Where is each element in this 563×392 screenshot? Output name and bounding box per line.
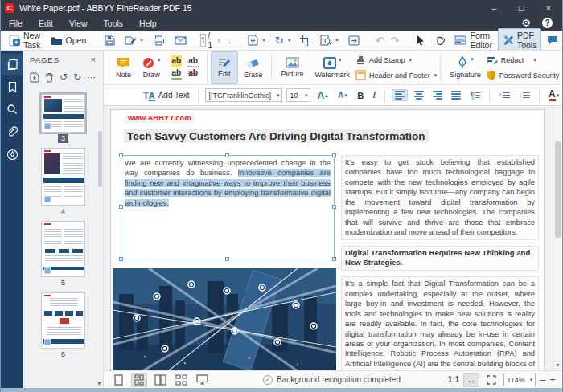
zoom-level-select[interactable]: 114%▾ [503, 374, 536, 386]
page-thumbnail-5[interactable] [41, 221, 85, 277]
resize-handle-left[interactable] [119, 205, 123, 209]
resize-handle-top-left[interactable] [119, 153, 123, 157]
print-button[interactable] [149, 34, 169, 47]
increase-font-button[interactable]: A▲ [314, 89, 331, 102]
menu-tools[interactable]: Tools [96, 15, 132, 31]
undo-button[interactable]: ↶ [373, 35, 387, 47]
fit-width-button[interactable]: ↔ [463, 373, 479, 387]
align-left-button[interactable] [392, 89, 408, 101]
pages-scrollbar-down-icon[interactable]: ▼ [97, 381, 103, 386]
comments-button[interactable]: 0 [543, 34, 563, 47]
draw-tool[interactable]: ▾ Draw [137, 51, 166, 84]
pages-panel-close-icon[interactable]: × [91, 55, 97, 64]
line-spacing-decrease-button[interactable]: ↓ [516, 91, 532, 100]
help-icon[interactable]: ? [542, 18, 553, 28]
password-security-tool[interactable]: Password Security [487, 69, 560, 82]
zoom-out-button[interactable]: – [540, 374, 545, 386]
pdf-tools-button[interactable]: PDF Tools [498, 28, 542, 52]
site-link[interactable]: www.ABBYY.com [125, 112, 194, 123]
text-direction-button[interactable]: ¶ [467, 90, 483, 101]
resize-handle-bottom[interactable] [225, 257, 229, 261]
picture-tool[interactable]: Picture [275, 51, 309, 84]
resize-handle-right[interactable] [332, 205, 336, 209]
attachments-panel-tab[interactable] [2, 121, 23, 142]
minimize-button[interactable]: – [480, 0, 508, 15]
actual-size-button[interactable]: 1:1 [448, 375, 459, 384]
maximize-button[interactable]: □ [508, 0, 535, 15]
decrease-font-button[interactable]: A▼ [335, 90, 351, 100]
font-color-button[interactable]: A▾ [546, 89, 561, 102]
export-button[interactable] [344, 34, 364, 47]
next-page-arrow[interactable]: ↓ [225, 35, 235, 45]
hand-tool-button[interactable] [430, 33, 449, 47]
subheading-block[interactable]: Digital Transformation Requires New Thin… [341, 246, 539, 272]
city-network-image[interactable] [113, 268, 336, 370]
redo-button[interactable]: ↷ [388, 35, 402, 47]
bold-button[interactable]: B [355, 90, 366, 101]
document-scrollbar[interactable]: ▲ ▼ [553, 106, 562, 370]
view-facing-continuous-button[interactable] [173, 373, 189, 387]
delete-page-icon[interactable] [45, 72, 54, 83]
rotate-ccw-icon[interactable]: ↺ [60, 71, 68, 83]
page-number-input[interactable]: 1 [200, 34, 207, 47]
document-heading[interactable]: Tech Savvy Customers Are Driving Digital… [124, 129, 429, 143]
italic-button[interactable]: I [370, 88, 378, 102]
paragraph-block[interactable]: It’s easy to get stuck believing that es… [341, 155, 539, 240]
resize-handle-top-right[interactable] [332, 153, 336, 157]
select-tool-button[interactable] [411, 33, 429, 47]
font-size-select[interactable]: 10▾ [286, 88, 310, 102]
highlight-tool[interactable]: ab [171, 55, 183, 67]
edit-tool[interactable]: Edit [211, 51, 238, 84]
search-panel-tab[interactable] [2, 99, 23, 120]
note-tool[interactable]: Note [110, 51, 137, 84]
pages-scrollbar-thumb[interactable] [98, 131, 102, 187]
underline-tool[interactable]: ab [171, 67, 183, 80]
save-as-button[interactable]: ▾ [121, 33, 147, 47]
save-button[interactable] [100, 33, 119, 47]
line-spacing-increase-button[interactable]: ↑ [496, 91, 512, 100]
email-button[interactable] [171, 35, 191, 47]
signature-tool[interactable]: ▾ Signature [444, 51, 487, 84]
underline-dotted-tool[interactable]: ab [187, 55, 199, 67]
view-fullscreen-button[interactable] [194, 373, 210, 387]
digital-signatures-panel-tab[interactable] [2, 144, 23, 165]
add-stamp-tool[interactable]: Add Stamp▾ [355, 54, 437, 67]
redact-tool[interactable]: Redact▾ [487, 54, 560, 67]
align-center-button[interactable] [412, 90, 426, 100]
view-facing-button[interactable] [152, 373, 168, 387]
rotate-button[interactable]: ↻▾ [271, 33, 294, 48]
close-button[interactable]: × [535, 0, 562, 15]
settings-gear-icon[interactable]: ⚙ [521, 17, 531, 29]
header-footer-tool[interactable]: Header and Footer▾ [355, 69, 437, 82]
add-page-icon[interactable] [30, 72, 39, 83]
justify-button[interactable] [449, 90, 463, 100]
view-continuous-button[interactable] [131, 373, 147, 387]
add-pages-button[interactable]: ▾ [244, 33, 269, 47]
resize-handle-bottom-left[interactable] [119, 257, 123, 261]
form-editor-button[interactable]: Form Editor [450, 29, 495, 51]
recognize-button[interactable]: ▾ [316, 33, 343, 47]
page-thumbnail-3[interactable] [41, 94, 85, 133]
add-text-button[interactable]: TA Add Text [141, 90, 191, 101]
scrollbar-thumb[interactable] [555, 141, 561, 238]
view-single-page-button[interactable] [110, 373, 126, 387]
fit-page-button[interactable] [483, 373, 499, 387]
pages-panel-tab[interactable] [2, 54, 23, 75]
more-options-icon[interactable]: ⋯ [87, 72, 96, 83]
zoom-in-button[interactable]: + [549, 374, 556, 386]
resize-handle-top[interactable] [225, 153, 229, 157]
menu-help[interactable]: Help [131, 15, 165, 31]
paragraph-block[interactable]: It’s a simple fact that Digital Transfor… [341, 276, 539, 370]
menu-view[interactable]: View [61, 15, 96, 31]
font-family-select[interactable]: [ITCFranklinGothic]▾ [205, 88, 282, 102]
bookmarks-panel-tab[interactable] [2, 76, 23, 97]
previous-page-arrow[interactable]: ↑ [214, 35, 224, 45]
align-right-button[interactable] [430, 90, 445, 100]
scrollbar-down-icon[interactable]: ▼ [555, 362, 561, 368]
resize-handle-bottom-right[interactable] [332, 257, 336, 261]
selected-text-box[interactable]: We are currently witnessing unprecedente… [121, 155, 335, 259]
new-task-button[interactable]: New Task [4, 29, 45, 51]
strikethrough-tool[interactable]: ab [187, 67, 199, 80]
erase-tool[interactable]: Erase [238, 51, 269, 84]
open-button[interactable]: Open [47, 34, 91, 47]
